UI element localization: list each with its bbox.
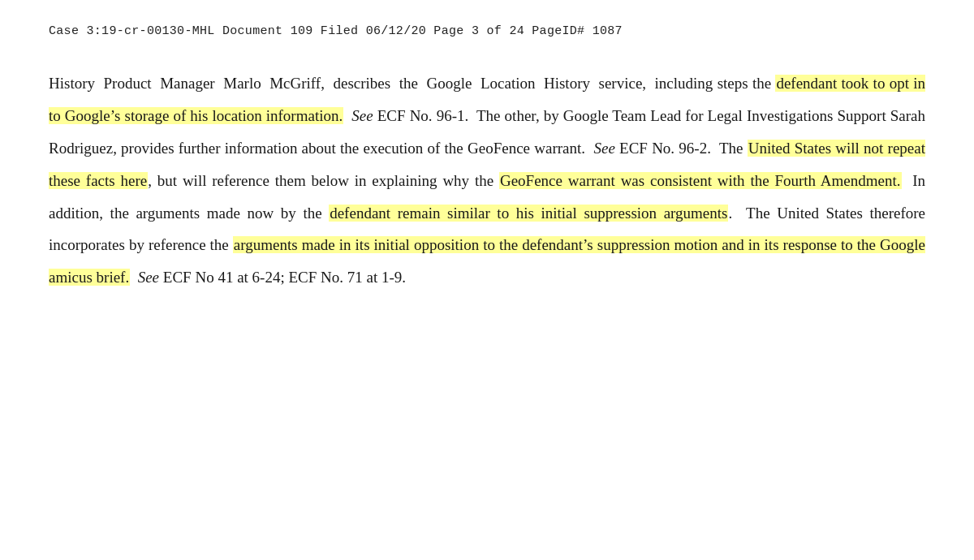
see-3: See	[138, 269, 159, 286]
highlight-4: defendant remain similar to his initial …	[329, 205, 728, 222]
text-segment-4: ECF No. 96-2. The	[615, 140, 748, 157]
case-header: Case 3:19-cr-00130-MHL Document 109 File…	[49, 24, 925, 38]
text-segment-1: History Product Manager Marlo McGriff, d…	[49, 75, 775, 92]
text-segment-5: , but will reference them below in expla…	[148, 172, 499, 189]
text-segment-8	[130, 269, 138, 286]
text-segment-9: ECF No 41 at 6-24; ECF No. 71 at 1-9.	[159, 269, 406, 286]
document-body: History Product Manager Marlo McGriff, d…	[49, 67, 925, 294]
highlight-3: GeoFence warrant was consistent with the…	[499, 172, 902, 189]
see-2: See	[593, 140, 614, 157]
paragraph-1: History Product Manager Marlo McGriff, d…	[49, 67, 925, 294]
see-1: See	[351, 107, 373, 124]
text-segment-2	[343, 107, 351, 124]
